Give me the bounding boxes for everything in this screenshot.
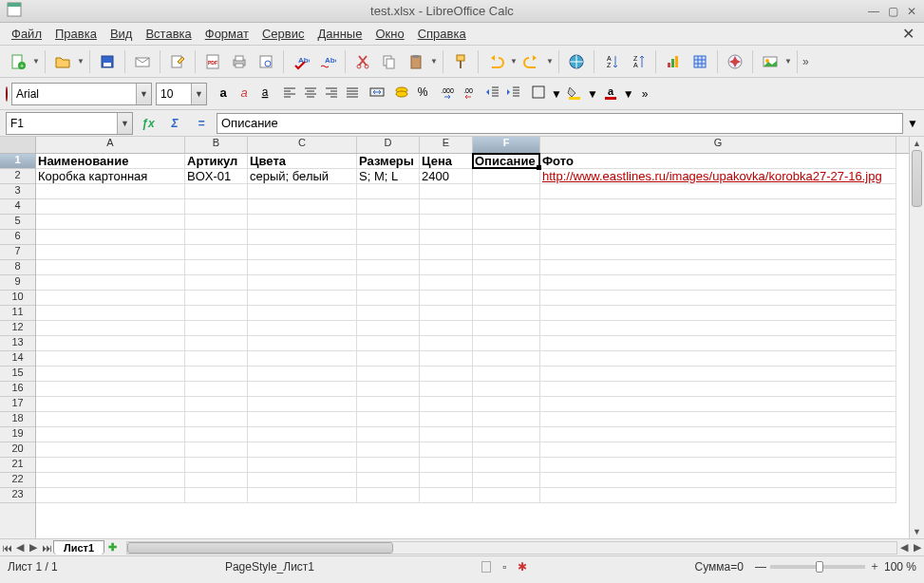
cell[interactable] (357, 275, 420, 291)
row-header[interactable]: 6 (0, 230, 35, 245)
cell[interactable]: Цена (420, 154, 473, 169)
font-size-combo[interactable]: ▼ (156, 83, 207, 105)
cell[interactable] (36, 336, 185, 351)
cell[interactable] (473, 306, 540, 321)
row-header[interactable]: 20 (0, 442, 35, 458)
cell[interactable] (473, 275, 540, 291)
menu-view[interactable]: Вид (104, 25, 139, 43)
cell[interactable]: Фото (540, 154, 896, 169)
borders-dropdown[interactable]: ▼ (551, 87, 562, 101)
cell[interactable] (357, 260, 420, 275)
cell[interactable] (185, 442, 248, 458)
select-all-corner[interactable] (0, 137, 35, 154)
status-sum[interactable]: Сумма=0 (695, 560, 744, 574)
cell[interactable] (473, 367, 540, 382)
cell[interactable] (185, 245, 248, 260)
cell[interactable]: 2400 (420, 169, 473, 184)
copy-button[interactable] (377, 49, 402, 74)
cell[interactable] (185, 367, 248, 382)
cell[interactable] (473, 442, 540, 458)
export-pdf-button[interactable]: PDF (200, 49, 225, 74)
sort-asc-button[interactable]: AZ (599, 49, 624, 74)
function-button[interactable]: = (190, 113, 213, 134)
cell[interactable]: Цвета (248, 154, 357, 169)
cell[interactable] (36, 184, 185, 199)
row-header[interactable]: 11 (0, 306, 35, 321)
align-center-button[interactable] (302, 84, 319, 103)
cell[interactable] (540, 306, 896, 321)
cell[interactable] (248, 382, 357, 397)
cell[interactable] (473, 260, 540, 275)
cell[interactable] (420, 351, 473, 367)
row-header[interactable]: 14 (0, 351, 35, 367)
row-header[interactable]: 5 (0, 215, 35, 230)
cell[interactable] (36, 260, 185, 275)
cell[interactable] (248, 230, 357, 245)
cell[interactable] (36, 230, 185, 245)
tab-last-button[interactable]: ⏭ (40, 542, 53, 554)
email-button[interactable] (130, 49, 155, 74)
hyperlink-button[interactable] (564, 49, 589, 74)
tab-first-button[interactable]: ⏮ (0, 542, 13, 554)
cell[interactable] (185, 351, 248, 367)
cell[interactable] (248, 260, 357, 275)
cell[interactable] (420, 230, 473, 245)
cell[interactable] (357, 351, 420, 367)
gallery-dropdown[interactable]: ▼ (784, 57, 792, 66)
percent-button[interactable]: % (414, 84, 431, 103)
cell[interactable] (185, 488, 248, 503)
cell[interactable] (36, 351, 185, 367)
menu-help[interactable]: Справка (412, 25, 472, 43)
cell[interactable] (540, 427, 896, 442)
cell[interactable] (248, 397, 357, 412)
cell[interactable] (248, 412, 357, 427)
tab-prev-button[interactable]: ◀ (13, 541, 27, 554)
cell[interactable] (357, 427, 420, 442)
menu-data[interactable]: Данные (311, 25, 368, 43)
cell[interactable] (36, 321, 185, 336)
navigator-button[interactable] (723, 49, 747, 74)
cell[interactable] (473, 427, 540, 442)
cell[interactable] (420, 473, 473, 488)
function-wizard-button[interactable]: ƒx (137, 113, 160, 134)
cell[interactable] (248, 199, 357, 215)
new-button[interactable]: + (6, 49, 30, 74)
cell[interactable] (357, 321, 420, 336)
cell[interactable] (36, 382, 185, 397)
cell[interactable] (185, 184, 248, 199)
add-sheet-button[interactable]: ✚ (108, 541, 117, 554)
toolbar2-overflow[interactable]: » (642, 87, 649, 101)
cell[interactable] (357, 412, 420, 427)
cell[interactable] (357, 291, 420, 306)
cell[interactable] (420, 427, 473, 442)
cell[interactable] (185, 275, 248, 291)
cell[interactable] (357, 382, 420, 397)
bgcolor-dropdown[interactable]: ▼ (587, 87, 598, 101)
cell[interactable] (540, 336, 896, 351)
open-button[interactable] (50, 49, 75, 74)
cell[interactable] (473, 215, 540, 230)
close-document-button[interactable]: ✕ (902, 25, 915, 43)
row-header[interactable]: 1 (0, 154, 35, 169)
scroll-up-button[interactable]: ▲ (910, 137, 924, 150)
cell[interactable] (357, 397, 420, 412)
open-dropdown[interactable]: ▼ (77, 57, 85, 66)
minimize-button[interactable]: — (867, 5, 880, 18)
chart-button[interactable] (661, 49, 686, 74)
cell[interactable] (36, 215, 185, 230)
menu-file[interactable]: Файл (6, 25, 47, 43)
cell[interactable] (185, 336, 248, 351)
cell[interactable] (540, 442, 896, 458)
cell[interactable] (36, 488, 185, 503)
vertical-scrollbar[interactable]: ▲ ▼ (909, 137, 924, 538)
cell[interactable] (357, 458, 420, 473)
cell[interactable] (540, 291, 896, 306)
paste-button[interactable] (404, 49, 428, 74)
cell[interactable]: Размеры (357, 154, 420, 169)
name-box-input[interactable] (7, 115, 117, 132)
menu-format[interactable]: Формат (199, 25, 255, 43)
cell[interactable] (357, 199, 420, 215)
cell[interactable] (473, 245, 540, 260)
sheet-tab[interactable]: Лист1 (53, 540, 104, 555)
cell[interactable] (473, 169, 540, 184)
